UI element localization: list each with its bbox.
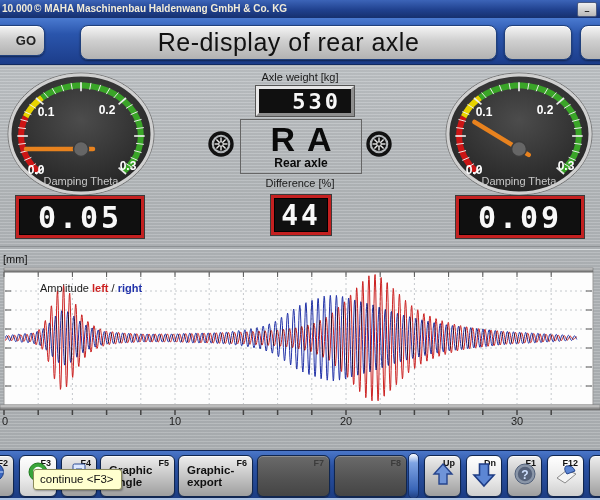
axle-indicator-box: RA Rear axle bbox=[240, 119, 362, 174]
minimize-icon: – bbox=[578, 7, 596, 16]
axle-name: Rear axle bbox=[241, 157, 361, 169]
svg-text:0.2: 0.2 bbox=[537, 103, 554, 117]
difference-display: 44 bbox=[271, 195, 331, 235]
svg-text:20: 20 bbox=[340, 415, 352, 425]
minimize-button[interactable]: – bbox=[577, 2, 597, 17]
left-damping-display: 0.05 bbox=[16, 196, 144, 238]
right-damping-display: 0.09 bbox=[456, 196, 584, 238]
up-icon bbox=[425, 462, 460, 486]
toolbar-separator[interactable] bbox=[408, 453, 419, 499]
svg-text:10: 10 bbox=[169, 415, 181, 425]
svg-text:0.3: 0.3 bbox=[120, 159, 137, 173]
copyright-text: © MAHA Maschinenbau Haldenwang GmbH & Co… bbox=[34, 0, 287, 18]
page-title-panel: Re-display of rear axle bbox=[80, 25, 497, 60]
svg-text:0.3: 0.3 bbox=[558, 159, 575, 173]
svg-text:0.1: 0.1 bbox=[476, 105, 493, 119]
f2-icon bbox=[0, 462, 13, 482]
toolbar-button-up[interactable]: Up bbox=[424, 455, 461, 497]
difference-label: Difference [%] bbox=[200, 177, 400, 189]
toolbar-button-dn[interactable]: Dn bbox=[466, 455, 502, 497]
toolbar-button-f2[interactable]: F2 bbox=[0, 455, 14, 497]
svg-text:Damping Theta: Damping Theta bbox=[43, 175, 119, 187]
waveform-chart: [mm]0102030Amplitude left / right bbox=[0, 250, 600, 425]
header-right-panel bbox=[504, 25, 572, 60]
logo-text: GO bbox=[16, 33, 36, 48]
svg-text:0.0: 0.0 bbox=[28, 163, 45, 177]
svg-text:0.0: 0.0 bbox=[466, 163, 483, 177]
toolbar-button-f6[interactable]: F6Graphic-export bbox=[178, 455, 253, 497]
window-titlebar: 10.000 © MAHA Maschinenbau Haldenwang Gm… bbox=[0, 0, 600, 18]
function-key-label: F7 bbox=[313, 458, 324, 468]
f1-icon: ? bbox=[508, 462, 541, 486]
svg-text:?: ? bbox=[521, 468, 528, 482]
svg-text:Damping Theta: Damping Theta bbox=[481, 175, 557, 187]
axle-weight-display: 530 bbox=[256, 86, 354, 116]
left-damping-gauge: 0.00.10.20.3Damping Theta bbox=[6, 72, 156, 197]
function-key-label: F5 bbox=[158, 458, 169, 468]
toolbar-button-edge[interactable] bbox=[589, 455, 600, 497]
f12-icon bbox=[548, 462, 583, 486]
svg-text:30: 30 bbox=[511, 415, 523, 425]
header-bar: GO Re-display of rear axle bbox=[0, 18, 600, 65]
svg-text:[mm]: [mm] bbox=[3, 253, 27, 265]
version-text: 10.000 bbox=[2, 0, 33, 18]
toolbar-button-f1[interactable]: F1? bbox=[507, 455, 542, 497]
svg-text:Amplitude left / right: Amplitude left / right bbox=[40, 282, 142, 294]
axle-weight-label: Axle weight [kg] bbox=[200, 71, 400, 83]
axle-code: RA bbox=[241, 121, 361, 157]
svg-text:0.2: 0.2 bbox=[99, 103, 116, 117]
header-edge-panel bbox=[580, 25, 600, 60]
right-damping-gauge: 0.00.10.20.3Damping Theta bbox=[444, 72, 594, 197]
maha-logo-chip: GO bbox=[0, 25, 45, 56]
wheel-left-icon bbox=[208, 131, 234, 157]
page-title: Re-display of rear axle bbox=[158, 28, 420, 57]
wheel-right-icon bbox=[366, 131, 392, 157]
button-label: Graphic-export bbox=[187, 464, 234, 488]
toolbar-button-f7[interactable]: F7 bbox=[257, 455, 330, 497]
toolbar-button-f12[interactable]: F12 bbox=[547, 455, 584, 497]
function-key-label: F6 bbox=[236, 458, 247, 468]
function-key-label: F8 bbox=[390, 458, 401, 468]
toolbar-button-f8[interactable]: F8 bbox=[334, 455, 407, 497]
continue-tooltip: continue <F3> bbox=[33, 469, 122, 490]
svg-text:0: 0 bbox=[2, 415, 8, 425]
dn-icon bbox=[467, 462, 501, 488]
function-key-toolbar: F2F3F4F5GraphicsingleF6Graphic-exportF7F… bbox=[0, 450, 600, 500]
svg-text:0.1: 0.1 bbox=[38, 105, 55, 119]
